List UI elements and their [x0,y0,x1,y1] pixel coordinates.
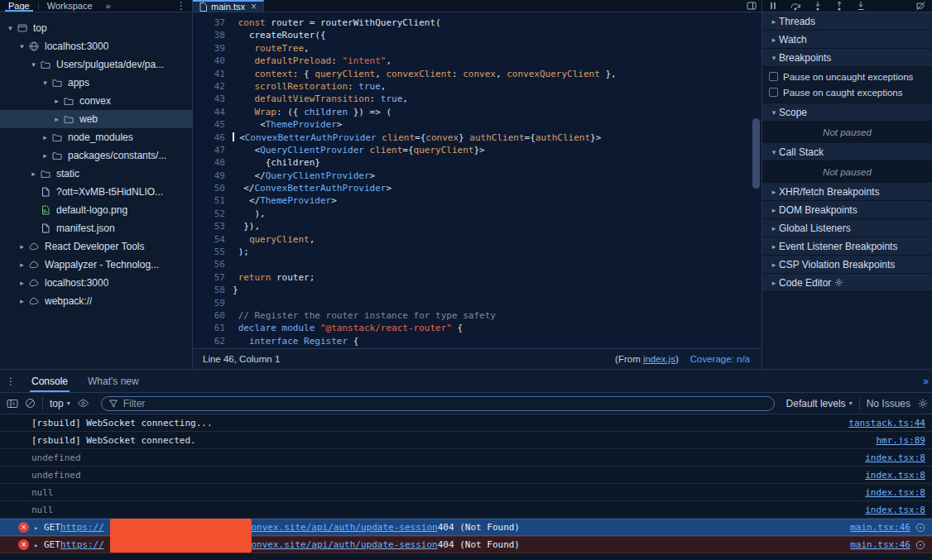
expand-icon[interactable]: ▸ [34,524,41,532]
code-viewport[interactable]: 37 const router = routerWithQueryClient(… [193,12,761,348]
line-number[interactable]: 57 [193,271,233,284]
line-number[interactable]: 39 [193,42,233,55]
line-number[interactable]: 42 [193,80,233,93]
tree-item-apps[interactable]: ▾apps [0,74,192,92]
clear-console-icon[interactable] [25,398,36,409]
line-number[interactable]: 49 [193,170,233,182]
tab-whats-new[interactable]: What's new [78,370,149,392]
tree-item-packages-constants[interactable]: ▸packages/constants/... [0,146,192,165]
code-line[interactable]: 56 [193,258,761,270]
line-number[interactable]: 54 [193,233,233,246]
chevron-down-icon[interactable]: ▾ [5,24,16,32]
line-number[interactable]: 38 [193,29,233,41]
context-selector[interactable]: top▾ [50,398,70,409]
console-settings-gear-icon[interactable] [917,398,929,409]
console-source-link[interactable]: tanstack.ts:44 [848,418,925,428]
chevron-right-icon[interactable]: ▸ [40,133,50,141]
tree-item-convex[interactable]: ▸convex [0,92,192,110]
step-into-icon[interactable] [807,0,829,12]
code-line[interactable]: 52 ), [193,208,761,220]
coverage-text[interactable]: Coverage: n/a [690,354,750,364]
code-line[interactable]: 46 <ConvexBetterAuthProvider client={con… [193,132,761,144]
code-line[interactable]: 42 scrollRestoration: true, [193,80,761,93]
checkbox[interactable] [769,72,778,81]
console-row[interactable]: [rsbuild] WebSocket connecting...tanstac… [0,414,932,432]
console-row[interactable]: [rsbuild] WebSocket connected.hmr.js:89 [0,432,932,449]
console-tabs-overflow-icon[interactable]: » [920,370,932,392]
tree-item-localhost-3000[interactable]: ▾localhost:3000 [0,37,192,55]
request-url-link[interactable]: https:// [60,539,104,550]
console-row[interactable]: nullindex.tsx:8 [0,484,932,501]
console-filter[interactable] [101,396,775,411]
more-tabs-icon[interactable]: » [101,0,116,12]
line-number[interactable]: 56 [193,258,233,270]
line-number[interactable]: 48 [193,156,233,169]
line-number[interactable]: 40 [193,55,233,67]
chevron-right-icon[interactable]: ▸ [17,242,27,251]
section-event-listener-breakpoints[interactable]: ▸Event Listener Breakpoints [762,237,932,256]
mapped-source-link[interactable]: index.js [643,354,675,364]
chevron-right-icon[interactable]: ▸ [17,261,27,269]
console-row[interactable]: undefinedindex.tsx:8 [0,467,932,484]
chevron-right-icon[interactable]: ▸ [17,297,27,305]
line-number[interactable]: 50 [193,182,233,194]
console-source-link[interactable]: main.tsx:46 [850,522,910,533]
line-number[interactable]: 59 [193,297,233,309]
tree-item-manifest-json[interactable]: manifest.json [0,219,192,237]
tree-item-webpack[interactable]: ▸webpack:// [0,292,192,310]
code-line[interactable]: 60 // Register the router instance for t… [193,309,761,322]
line-number[interactable]: 47 [193,144,233,156]
live-expression-eye-icon[interactable] [77,399,89,408]
line-number[interactable]: 41 [193,68,233,80]
editor-tab-main-tsx[interactable]: main.tsx × [193,0,264,12]
chevron-right-icon[interactable]: ▸ [28,170,39,178]
step-out-icon[interactable] [829,0,850,12]
section-code-editor[interactable]: ▸Code Editor [762,274,932,292]
line-number[interactable]: 43 [193,93,233,105]
console-source-link[interactable]: index.tsx:8 [865,452,925,463]
breakpoint-option[interactable]: Pause on caught exceptions [762,84,932,100]
tab-workspace[interactable]: Workspace [39,0,101,12]
code-line[interactable]: 58} [193,284,761,296]
tree-item-localhost-3000[interactable]: ▸localhost:3000 [0,274,192,292]
navigator-menu-icon[interactable]: ⋮ [171,0,192,12]
tree-item-top[interactable]: ▾top [0,19,192,37]
section-call-stack[interactable]: ▾Call Stack [762,143,932,161]
chevron-right-icon[interactable]: ▸ [40,151,50,160]
section-dom-breakpoints[interactable]: ▸DOM Breakpoints [762,201,932,219]
filter-input[interactable] [123,398,767,409]
code-line[interactable]: 50 </ConvexBetterAuthProvider> [193,182,761,194]
console-menu-icon[interactable]: ⋮ [0,370,22,392]
code-line[interactable]: 47 <QueryClientProvider client={queryCli… [193,144,761,156]
tab-console[interactable]: Console [22,370,78,392]
chevron-down-icon[interactable]: ▾ [28,60,39,69]
console-source-link[interactable]: index.tsx:8 [865,505,925,515]
code-line[interactable]: 40 defaultPreload: "intent", [193,55,761,67]
line-number[interactable]: 52 [193,208,233,220]
tree-item-ott-xvmb-t5hidnlio[interactable]: ?ott=XvMB-t5HidNLIO... [0,183,192,201]
chevron-down-icon[interactable]: ▾ [17,42,27,50]
log-levels-dropdown[interactable]: Default levels▾ [786,398,853,409]
code-line[interactable]: 61 declare module "@tanstack/react-route… [193,322,761,334]
error-info-icon[interactable] [915,523,925,533]
console-row[interactable]: undefinedindex.tsx:8 [0,449,932,467]
line-number[interactable]: 44 [193,106,233,118]
pause-icon[interactable] [762,0,784,12]
console-row[interactable]: nullindex.tsx:8 [0,501,932,519]
request-url-link[interactable]: https:// [60,522,104,533]
console-source-link[interactable]: index.tsx:8 [865,487,925,498]
deactivate-breakpoints-icon[interactable] [910,0,932,12]
line-number[interactable]: 37 [193,17,233,29]
code-line[interactable]: 38 createRouter({ [193,29,761,41]
code-line[interactable]: 53 }), [193,220,761,232]
line-number[interactable]: 55 [193,246,233,258]
console-source-link[interactable]: index.tsx:8 [865,470,925,481]
code-line[interactable]: 54 queryClient, [193,233,761,246]
editor-panes-icon[interactable] [742,0,761,12]
line-number[interactable]: 46 [193,132,233,144]
tree-item-wappalyzer-technolog[interactable]: ▸Wappalyzer - Technolog... [0,256,192,274]
section-threads[interactable]: ▸Threads [762,12,932,31]
close-tab-icon[interactable]: × [251,1,257,12]
section-global-listeners[interactable]: ▸Global Listeners [762,219,932,237]
line-number[interactable]: 45 [193,118,233,131]
